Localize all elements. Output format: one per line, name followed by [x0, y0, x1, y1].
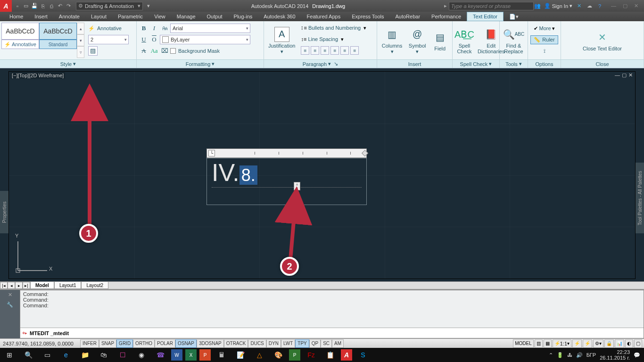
mtext-content-big[interactable]: IV. [212, 159, 239, 186]
search-input[interactable]: Type a keyword or phrase [449, 2, 534, 10]
close-button[interactable]: ✕ [634, 3, 638, 9]
tab-autorebar[interactable]: AutoRebar [389, 12, 426, 21]
mtext-ruler[interactable]: └ [206, 148, 367, 158]
isolate-icon[interactable]: ◐ [625, 339, 633, 348]
word-icon[interactable]: W [171, 349, 182, 361]
chrome-icon[interactable]: ◉ [132, 348, 151, 362]
tab-parametric[interactable]: Parametric [112, 12, 149, 21]
toggle-dyn[interactable]: DYN [266, 339, 281, 348]
mtext-editor[interactable]: └ IV.8. ▵▿ [206, 148, 367, 205]
drawing-area[interactable]: [−][Top][2D Wireframe] — ▢ ✕ Y X Propert… [0, 68, 644, 282]
redo-icon[interactable]: ↷ [65, 2, 72, 10]
search-icon[interactable]: 🔍 [19, 348, 38, 362]
toggle-ducs[interactable]: DUCS [248, 339, 266, 348]
tab-overflow[interactable]: 📄▾ [504, 12, 524, 21]
panel-title-paragraph[interactable]: Paragraph ▾ ↘ [264, 59, 377, 68]
ruler-tab-icon[interactable]: └ [208, 150, 215, 156]
font-combo[interactable]: Arial [170, 24, 250, 33]
taskview-icon[interactable]: ▭ [38, 348, 57, 362]
ws-switch-icon[interactable]: ⚙▾ [593, 339, 603, 348]
style-gallery-expand[interactable]: ▿ [77, 46, 84, 58]
tray-expand-icon[interactable]: ⌃ [549, 352, 553, 358]
italic-button[interactable]: I [149, 24, 159, 33]
toggle-sc[interactable]: SC [321, 339, 332, 348]
tab-featured-apps[interactable]: Featured Apps [301, 12, 347, 21]
layout-tab-1[interactable]: Layout1 [54, 282, 82, 289]
viber-icon[interactable]: ☎ [151, 348, 170, 362]
powerpoint-icon[interactable]: P [199, 349, 211, 361]
annotative-option[interactable]: Annotative [97, 25, 122, 31]
viewport-maximize[interactable]: ▢ [622, 72, 627, 78]
align-center[interactable]: ≡ [321, 46, 329, 55]
ruler-button[interactable]: 📏Ruler [530, 35, 558, 44]
tray-lang[interactable]: БГР [586, 352, 596, 358]
viewport-minimize[interactable]: — [615, 72, 620, 78]
tray-notifications-icon[interactable]: 💬 [634, 352, 640, 358]
workspace-combo[interactable]: ⚙Drafting & Annotation [76, 2, 143, 10]
style-scroll-down[interactable]: ▾ [77, 34, 84, 46]
filezilla-icon[interactable]: Fz [302, 348, 321, 362]
edge-icon[interactable]: e [57, 348, 75, 362]
layout-tab-2[interactable]: Layout2 [81, 282, 108, 289]
toolbar-lock-icon[interactable]: 🔒 [604, 339, 614, 348]
calc-icon[interactable]: 🖩 [212, 348, 231, 362]
saveas-icon[interactable]: ⎘ [39, 2, 47, 10]
toggle-lwt[interactable]: LWT [281, 339, 295, 348]
more-button[interactable]: More [539, 25, 551, 31]
cleanscreen-icon[interactable]: ▢ [634, 339, 642, 348]
overline-button[interactable]: O [149, 35, 159, 44]
signin-button[interactable]: 👤Sign In▾ [544, 3, 572, 9]
toggle-3dosnap[interactable]: 3DOSNAP [197, 339, 224, 348]
minimize-button[interactable]: — [611, 3, 616, 9]
field-button[interactable]: ▤Field [429, 23, 450, 58]
tray-clock[interactable]: 22:2326.11.2015 г. [600, 349, 630, 361]
paint-icon[interactable]: 🎨 [269, 348, 288, 362]
annovis-icon[interactable]: ⚡ [572, 339, 582, 348]
toggle-polar[interactable]: POLAR [155, 339, 175, 348]
tab-layout[interactable]: Layout [85, 12, 112, 21]
panel-title-spell[interactable]: Spell Check ▾ [453, 59, 499, 68]
tab-annotate[interactable]: Annotate [53, 12, 85, 21]
tab-performance[interactable]: Performance [426, 12, 467, 21]
command-input[interactable]: ⌖▸ MTEDIT _mtedit [20, 328, 644, 338]
annoscale-button[interactable]: ⚡1:1▾ [553, 339, 571, 348]
maximize-button[interactable]: ▢ [623, 3, 627, 9]
toggle-osnap[interactable]: OSNAP [175, 339, 197, 348]
layout-prev[interactable]: ◂ [8, 282, 15, 289]
tab-insert[interactable]: Insert [29, 12, 53, 21]
layout-tab-model[interactable]: Model [30, 282, 54, 289]
open-icon[interactable]: ▭ [22, 2, 30, 10]
model-button[interactable]: MODEL [513, 339, 534, 348]
cmd-config-icon[interactable]: 🔧 [7, 302, 13, 308]
strike-button[interactable]: A [139, 46, 149, 56]
tab-express-tools[interactable]: Express Tools [346, 12, 389, 21]
underline-button[interactable]: U [139, 35, 149, 44]
notes-icon[interactable]: 📝 [231, 348, 250, 362]
new-icon[interactable]: ▫ [14, 2, 21, 10]
annoauto-icon[interactable]: ⚡ [583, 339, 592, 348]
tab-autodesk360[interactable]: Autodesk 360 [258, 12, 301, 21]
toggle-otrack[interactable]: OTRACK [224, 339, 248, 348]
skype-icon[interactable]: S [354, 348, 372, 362]
command-history[interactable]: Command: Command: Command: [20, 290, 644, 328]
spacing-button[interactable]: Line Spacing [308, 36, 338, 42]
qat-dropdown[interactable]: ▾ [145, 2, 152, 10]
app-icon-2[interactable]: 📋 [321, 348, 339, 362]
tray-battery-icon[interactable]: 🔋 [557, 352, 563, 358]
plot-icon[interactable]: ⎙ [48, 2, 55, 10]
tab-view[interactable]: View [149, 12, 171, 21]
panel-title-formatting[interactable]: Formatting ▾ [137, 59, 264, 68]
align-distribute[interactable]: ≡ [350, 46, 359, 55]
toggle-tpy[interactable]: TPY [295, 339, 309, 348]
properties-palette-tab[interactable]: Properties [0, 191, 8, 233]
save-icon[interactable]: 💾 [31, 2, 38, 10]
align-justify[interactable]: ≡ [340, 46, 349, 55]
options-extra-icon[interactable]: ⟟ [544, 48, 545, 54]
tray-network-icon[interactable]: 🖧 [567, 352, 572, 358]
layout-next[interactable]: ▸ [15, 282, 23, 289]
toggle-qp[interactable]: QP [309, 339, 321, 348]
align-default[interactable]: ≡ [301, 46, 309, 55]
tab-plugins[interactable]: Plug-ins [228, 12, 258, 21]
undo-icon[interactable]: ↶ [56, 2, 64, 10]
infocenter-icon[interactable]: 👥 [534, 2, 541, 10]
